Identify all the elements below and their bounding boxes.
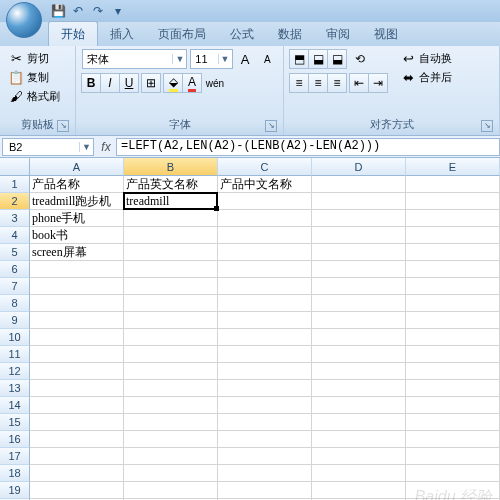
cell[interactable] bbox=[218, 210, 312, 227]
cell[interactable] bbox=[218, 278, 312, 295]
orientation-icon[interactable]: ⟲ bbox=[350, 49, 370, 69]
cell[interactable] bbox=[124, 312, 218, 329]
cell[interactable] bbox=[312, 329, 406, 346]
cell[interactable]: treadmill跑步机 bbox=[30, 193, 124, 210]
spreadsheet-grid[interactable]: ABCDE 1产品名称产品英文名称产品中文名称2treadmill跑步机trea… bbox=[0, 158, 500, 500]
cell[interactable] bbox=[312, 448, 406, 465]
tab-视图[interactable]: 视图 bbox=[362, 22, 410, 46]
cell[interactable] bbox=[218, 380, 312, 397]
cell[interactable] bbox=[218, 448, 312, 465]
save-icon[interactable]: 💾 bbox=[49, 2, 67, 20]
cell[interactable] bbox=[406, 465, 500, 482]
cell[interactable] bbox=[406, 448, 500, 465]
redo-icon[interactable]: ↷ bbox=[89, 2, 107, 20]
cell[interactable] bbox=[124, 448, 218, 465]
cell[interactable] bbox=[30, 465, 124, 482]
cell[interactable] bbox=[218, 261, 312, 278]
align-middle-icon[interactable]: ⬓ bbox=[308, 49, 328, 69]
row-header[interactable]: 17 bbox=[0, 448, 30, 465]
row-header[interactable]: 11 bbox=[0, 346, 30, 363]
row-header[interactable]: 9 bbox=[0, 312, 30, 329]
name-box[interactable]: B2▼ bbox=[2, 138, 94, 156]
cell[interactable]: 产品中文名称 bbox=[218, 176, 312, 193]
row-header[interactable]: 19 bbox=[0, 482, 30, 499]
cell[interactable] bbox=[30, 363, 124, 380]
cell[interactable] bbox=[406, 431, 500, 448]
cell[interactable] bbox=[218, 295, 312, 312]
tab-页面布局[interactable]: 页面布局 bbox=[146, 22, 218, 46]
cell[interactable] bbox=[312, 397, 406, 414]
shrink-font-icon[interactable]: A bbox=[258, 49, 277, 69]
italic-button[interactable]: I bbox=[100, 73, 120, 93]
cell[interactable] bbox=[30, 295, 124, 312]
copy-button[interactable]: 📋复制 bbox=[6, 68, 69, 86]
cell[interactable] bbox=[218, 465, 312, 482]
fx-button[interactable]: fx bbox=[96, 140, 116, 154]
cell[interactable] bbox=[406, 363, 500, 380]
cell[interactable] bbox=[406, 295, 500, 312]
cell[interactable] bbox=[30, 414, 124, 431]
align-right-icon[interactable]: ≡ bbox=[327, 73, 347, 93]
cell[interactable] bbox=[124, 431, 218, 448]
cell[interactable] bbox=[30, 312, 124, 329]
cell[interactable] bbox=[218, 414, 312, 431]
column-header[interactable]: B bbox=[124, 158, 218, 176]
cell[interactable] bbox=[406, 312, 500, 329]
font-launcher-icon[interactable]: ↘ bbox=[265, 120, 277, 132]
column-header[interactable]: C bbox=[218, 158, 312, 176]
cell[interactable]: treadmill bbox=[124, 193, 218, 210]
cell[interactable] bbox=[30, 278, 124, 295]
cell[interactable] bbox=[312, 414, 406, 431]
font-size-combo[interactable]: 11▼ bbox=[190, 49, 232, 69]
cell[interactable] bbox=[30, 448, 124, 465]
formula-input[interactable]: =LEFT(A2,LEN(A2)-(LENB(A2)-LEN(A2))) bbox=[116, 138, 500, 156]
cell[interactable] bbox=[124, 295, 218, 312]
row-header[interactable]: 1 bbox=[0, 176, 30, 193]
cell[interactable] bbox=[312, 295, 406, 312]
cell[interactable] bbox=[312, 380, 406, 397]
cell[interactable] bbox=[406, 414, 500, 431]
cell[interactable] bbox=[312, 363, 406, 380]
cell[interactable] bbox=[406, 261, 500, 278]
cell[interactable] bbox=[406, 210, 500, 227]
cell[interactable] bbox=[218, 482, 312, 499]
cell[interactable] bbox=[124, 465, 218, 482]
cell[interactable] bbox=[124, 261, 218, 278]
cell[interactable] bbox=[124, 227, 218, 244]
cell[interactable] bbox=[312, 482, 406, 499]
cell[interactable] bbox=[218, 346, 312, 363]
cell[interactable] bbox=[124, 244, 218, 261]
row-header[interactable]: 12 bbox=[0, 363, 30, 380]
cell[interactable] bbox=[124, 329, 218, 346]
tab-数据[interactable]: 数据 bbox=[266, 22, 314, 46]
cell[interactable] bbox=[30, 261, 124, 278]
select-all-corner[interactable] bbox=[0, 158, 30, 176]
cell[interactable] bbox=[218, 329, 312, 346]
cell[interactable]: screen屏幕 bbox=[30, 244, 124, 261]
bold-button[interactable]: B bbox=[81, 73, 101, 93]
cell[interactable] bbox=[30, 380, 124, 397]
align-bottom-icon[interactable]: ⬓ bbox=[327, 49, 347, 69]
cell[interactable] bbox=[218, 244, 312, 261]
cell[interactable] bbox=[406, 380, 500, 397]
tab-插入[interactable]: 插入 bbox=[98, 22, 146, 46]
row-header[interactable]: 3 bbox=[0, 210, 30, 227]
fill-color-button[interactable]: ⬙ bbox=[163, 73, 183, 93]
tab-审阅[interactable]: 审阅 bbox=[314, 22, 362, 46]
cell[interactable] bbox=[406, 346, 500, 363]
cell[interactable] bbox=[218, 227, 312, 244]
cell[interactable] bbox=[124, 210, 218, 227]
decrease-indent-icon[interactable]: ⇤ bbox=[349, 73, 369, 93]
cell[interactable] bbox=[30, 431, 124, 448]
cell[interactable] bbox=[406, 329, 500, 346]
phonetic-button[interactable]: wén bbox=[205, 73, 225, 93]
clipboard-launcher-icon[interactable]: ↘ bbox=[57, 120, 69, 132]
cell[interactable]: 产品名称 bbox=[30, 176, 124, 193]
cell[interactable] bbox=[124, 482, 218, 499]
cell[interactable] bbox=[312, 346, 406, 363]
align-launcher-icon[interactable]: ↘ bbox=[481, 120, 493, 132]
row-header[interactable]: 4 bbox=[0, 227, 30, 244]
cell[interactable] bbox=[30, 346, 124, 363]
merge-center-button[interactable]: ⬌合并后 bbox=[398, 68, 454, 86]
cell[interactable] bbox=[406, 227, 500, 244]
